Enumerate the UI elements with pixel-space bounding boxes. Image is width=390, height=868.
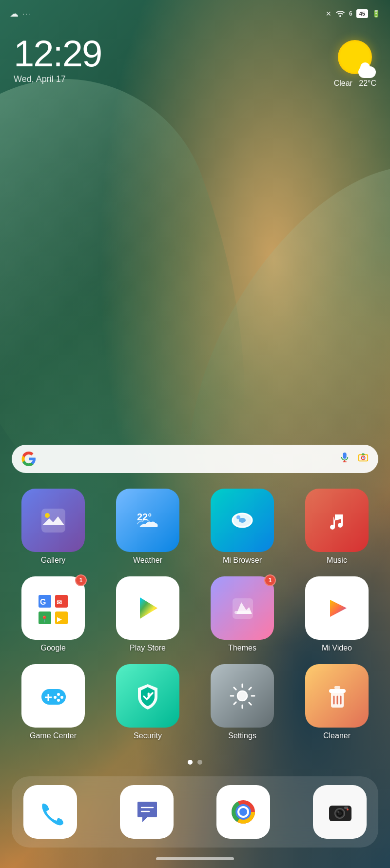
gamecenter-icon bbox=[21, 664, 85, 728]
app-item-google[interactable]: G ✉ 📍 ▶ 1 Google bbox=[8, 576, 98, 652]
weather-temperature: 22°C bbox=[359, 79, 376, 87]
google-icon: G ✉ 📍 ▶ bbox=[21, 576, 85, 640]
x-close-icon: ✕ bbox=[326, 10, 332, 18]
page-indicators bbox=[0, 752, 390, 776]
app-item-weather[interactable]: 22° Weather bbox=[102, 489, 193, 565]
time-date-block: 12:29 Wed, April 17 bbox=[14, 35, 101, 84]
status-bar: ☁ ··· ✕ 6 45 🔋 bbox=[0, 0, 390, 25]
screen-content: ☁ ··· ✕ 6 45 🔋 12:29 Wed, April 17 bbox=[0, 0, 390, 868]
svg-rect-33 bbox=[329, 689, 346, 693]
music-label: Music bbox=[327, 556, 347, 565]
mivideo-icon bbox=[305, 576, 369, 640]
page-dot-2[interactable] bbox=[197, 760, 202, 765]
clock-area: 12:29 Wed, April 17 Clear 22°C bbox=[0, 25, 390, 93]
app-grid: Gallery 22° Weather bbox=[0, 489, 390, 752]
svg-point-43 bbox=[239, 808, 247, 816]
svg-point-29 bbox=[60, 696, 63, 699]
svg-rect-37 bbox=[334, 686, 340, 689]
weather-label: Weather bbox=[133, 556, 162, 565]
battery-indicator: 45 bbox=[356, 9, 368, 18]
svg-text:✉: ✉ bbox=[57, 599, 62, 606]
dock-messages[interactable] bbox=[120, 785, 174, 839]
app-row-3: Game Center Security bbox=[8, 664, 382, 740]
svg-marker-21 bbox=[140, 597, 157, 619]
svg-text:G: G bbox=[40, 598, 46, 606]
app-item-mivideo[interactable]: Mi Video bbox=[292, 576, 382, 652]
svg-point-31 bbox=[54, 696, 57, 699]
app-item-music[interactable]: Music bbox=[292, 489, 382, 565]
status-right: ✕ 6 45 🔋 bbox=[326, 9, 380, 19]
playstore-icon bbox=[116, 576, 179, 640]
status-left: ☁ ··· bbox=[10, 8, 31, 19]
svg-point-50 bbox=[347, 809, 349, 810]
app-item-playstore[interactable]: Play Store bbox=[102, 576, 193, 652]
svg-point-28 bbox=[57, 693, 60, 696]
svg-point-30 bbox=[57, 699, 60, 702]
svg-rect-6 bbox=[41, 509, 65, 533]
camera-search-icon[interactable] bbox=[358, 452, 369, 466]
signal-icon: 6 bbox=[349, 10, 352, 17]
home-bar bbox=[156, 857, 234, 860]
security-label: Security bbox=[134, 731, 162, 740]
search-action-icons bbox=[339, 452, 369, 466]
dock-phone[interactable] bbox=[23, 785, 77, 839]
mibrowser-label: Mi Browser bbox=[223, 556, 262, 565]
cleaner-label: Cleaner bbox=[323, 731, 351, 740]
weather-info: Clear 22°C bbox=[334, 79, 376, 88]
home-indicator[interactable] bbox=[0, 857, 390, 868]
svg-point-48 bbox=[337, 811, 339, 813]
dock-camera[interactable] bbox=[313, 785, 367, 839]
app-item-mibrowser[interactable]: Mi Browser bbox=[197, 489, 288, 565]
settings-label: Settings bbox=[228, 731, 256, 740]
themes-icon bbox=[211, 576, 274, 640]
gallery-label: Gallery bbox=[41, 556, 66, 565]
page-dot-1[interactable] bbox=[188, 760, 193, 765]
sun-icon bbox=[338, 40, 372, 74]
wifi-icon bbox=[335, 9, 345, 19]
svg-text:22°: 22° bbox=[137, 512, 152, 522]
app-item-settings[interactable]: Settings bbox=[197, 664, 288, 740]
dock-chrome[interactable] bbox=[216, 785, 270, 839]
svg-text:📍: 📍 bbox=[40, 615, 49, 623]
svg-point-12 bbox=[239, 518, 246, 523]
svg-text:▶: ▶ bbox=[57, 615, 62, 623]
music-icon bbox=[305, 489, 369, 552]
mivideo-label: Mi Video bbox=[322, 644, 352, 652]
cloud-overlay-icon bbox=[358, 66, 376, 78]
app-item-gallery[interactable]: Gallery bbox=[8, 489, 98, 565]
gallery-icon bbox=[21, 489, 85, 552]
google-logo bbox=[21, 452, 36, 466]
cleaner-icon bbox=[305, 664, 369, 728]
themes-badge: 1 bbox=[264, 574, 276, 586]
app-item-security[interactable]: Security bbox=[102, 664, 193, 740]
app-item-gamecenter[interactable]: Game Center bbox=[8, 664, 98, 740]
app-row-2: G ✉ 📍 ▶ 1 Google bbox=[8, 576, 382, 652]
app-item-cleaner[interactable]: Cleaner bbox=[292, 664, 382, 740]
svg-point-7 bbox=[45, 513, 50, 518]
weather-condition: Clear bbox=[334, 79, 352, 87]
mibrowser-icon bbox=[211, 489, 274, 552]
weather-icon: 22° bbox=[116, 489, 179, 552]
clock-date: Wed, April 17 bbox=[14, 74, 101, 84]
search-bar[interactable] bbox=[12, 445, 378, 473]
dock bbox=[12, 776, 378, 848]
cloud-icon: ☁ bbox=[10, 8, 19, 19]
google-label: Google bbox=[40, 644, 66, 652]
settings-icon bbox=[211, 664, 274, 728]
app-item-themes[interactable]: 1 Themes bbox=[197, 576, 288, 652]
gamecenter-label: Game Center bbox=[30, 731, 77, 740]
notification-dots: ··· bbox=[22, 10, 31, 18]
app-row-1: Gallery 22° Weather bbox=[8, 489, 382, 565]
svg-marker-24 bbox=[330, 600, 347, 617]
battery-icon: 🔋 bbox=[372, 10, 380, 18]
clock-time: 12:29 bbox=[14, 35, 101, 72]
svg-point-5 bbox=[363, 457, 364, 459]
weather-widget[interactable]: Clear 22°C bbox=[334, 35, 376, 88]
security-icon bbox=[116, 664, 179, 728]
playstore-label: Play Store bbox=[130, 644, 166, 652]
svg-rect-23 bbox=[234, 611, 251, 614]
google-badge: 1 bbox=[75, 574, 87, 586]
themes-label: Themes bbox=[228, 644, 256, 652]
svg-point-0 bbox=[339, 15, 341, 17]
microphone-icon[interactable] bbox=[339, 452, 350, 466]
